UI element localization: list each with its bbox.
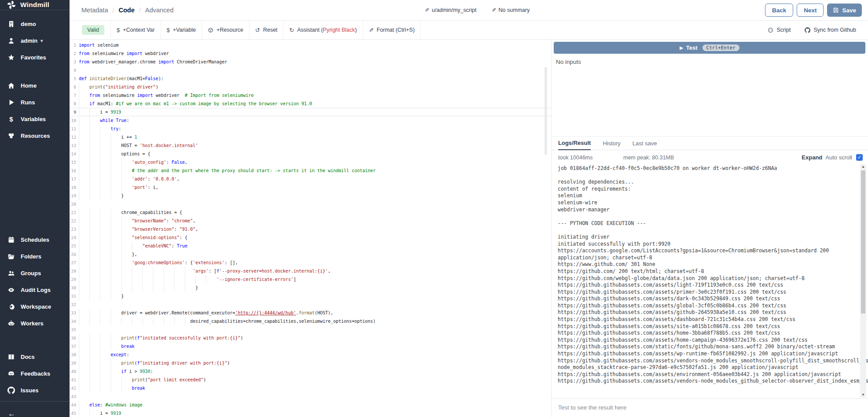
code-line[interactable]: 11 try: (70, 125, 551, 133)
line-number: 15 (70, 158, 79, 166)
sidebar-item-workspace[interactable]: Workspace (0, 298, 70, 315)
tab-advanced[interactable]: Advanced (145, 7, 174, 14)
sidebar-item-demo[interactable]: demo (0, 15, 70, 32)
code-line[interactable]: 37 break (70, 342, 551, 351)
code-line[interactable]: 27 'goog:chromeOptions': {'extensions': … (70, 258, 551, 267)
autoscroll-checkbox[interactable]: ✓ (856, 154, 863, 161)
back-button[interactable]: Back (765, 4, 793, 17)
code-line[interactable]: 28 'args': [f'--proxy-server=host.docker… (70, 267, 551, 275)
code-line[interactable]: 14 options = { (70, 150, 551, 158)
save-button[interactable]: Save (827, 4, 862, 17)
code-line[interactable]: 41 print("port limit exceeded") (70, 376, 551, 384)
code-line[interactable]: 31 } (70, 292, 551, 300)
code-line[interactable]: 33 driver = webdriver.Remote(command_exe… (70, 309, 551, 317)
sidebar-item-feedbacks[interactable]: Feedbacks (0, 365, 70, 382)
collapse-sidebar-button[interactable]: ← (0, 404, 70, 417)
code-line[interactable]: 34 desired_capabilities=chrome_capabilit… (70, 317, 551, 325)
assistant-button[interactable]: ↻ Assistant (Pyright Black) (283, 21, 363, 39)
tab-logs-result[interactable]: Logs/Result (558, 140, 591, 150)
code-line[interactable]: 18 'port': i, (70, 183, 551, 192)
add-resource-button[interactable]: +Resource (202, 21, 250, 39)
app-logo[interactable]: Windmill (0, 0, 70, 10)
code-line[interactable]: 1import selenium (70, 41, 551, 49)
log-output[interactable]: job 01864aff-22dd-cf40-f0c5-0ec8e9b50c70… (552, 162, 868, 399)
code-line[interactable]: 17 'addr': '0.0.0.0', (70, 175, 551, 183)
sync-from-github-button[interactable]: Sync from Github (799, 27, 862, 33)
code-line[interactable]: 42 break (70, 384, 551, 392)
code-line[interactable]: 38 except: (70, 351, 551, 359)
code-line[interactable]: 45 i = 9919 (70, 409, 551, 417)
app-title: Windmill (20, 1, 49, 9)
code-line[interactable]: 29 '--ignore-certificate-errors'] (70, 275, 551, 284)
tab-history[interactable]: History (603, 140, 620, 150)
expand-button[interactable]: Expand (802, 154, 822, 161)
reset-button[interactable]: ↺ Reset (250, 21, 284, 39)
line-number: 30 (70, 284, 79, 292)
sidebar-item-folders[interactable]: Folders (0, 248, 70, 265)
sidebar-item-docs[interactable]: Docs (0, 348, 70, 365)
sidebar-item-favorites[interactable]: Favorites (0, 49, 70, 66)
code-line[interactable]: 16 # the addr and the port where the pro… (70, 166, 551, 175)
code-line[interactable]: 40 if i > 9930: (70, 367, 551, 376)
script-path[interactable]: ✎ u/admin/my_script (425, 7, 477, 13)
sidebar-item-label: Workspace (21, 303, 51, 310)
code-line[interactable]: 7 from seleniumwire import webdriver # I… (70, 91, 551, 100)
scrollbar-thumb[interactable] (861, 170, 865, 314)
scroll-up-icon[interactable]: ▲ (860, 164, 866, 170)
code-line[interactable]: 6 print("initiating driver") (70, 83, 551, 91)
code-line[interactable]: 36 print(f"initiated successfully with p… (70, 334, 551, 342)
code-line[interactable]: 43 (70, 392, 551, 401)
script-summary[interactable]: ✎ No summary (492, 7, 530, 13)
sidebar-item-runs[interactable]: Runs (0, 94, 70, 111)
code-line[interactable]: 9 i = 9919 (70, 108, 551, 116)
format-button[interactable]: ✎ Format (Ctrl+S) (363, 21, 421, 39)
code-line[interactable]: 13 HOST = 'host.docker.internal' (70, 141, 551, 150)
sidebar-item-variables[interactable]: $Variables (0, 111, 70, 127)
code-line[interactable]: 10 while True: (70, 116, 551, 125)
code-line[interactable]: 35 (70, 325, 551, 334)
code-line[interactable]: 21 chrome_capabilities = { (70, 208, 551, 217)
tab-metadata[interactable]: Metadata (81, 7, 108, 14)
code-line[interactable]: 20 (70, 200, 551, 208)
scroll-down-icon[interactable]: ▼ (860, 392, 866, 398)
code-line[interactable]: 8 if macM1: #if we are on mac m1 -> cust… (70, 100, 551, 108)
code-line[interactable]: 12 i += 1 (70, 133, 551, 141)
autoscroll-label: Auto scroll (825, 154, 852, 161)
code-line[interactable]: 15 'auto_config': False, (70, 158, 551, 166)
tab-code[interactable]: Code (119, 7, 135, 14)
code-line[interactable]: 24 "selenoid:options": { (70, 233, 551, 242)
code-line[interactable]: 4 (70, 66, 551, 74)
code-line[interactable]: 2from seleniumwire import webdriver (70, 49, 551, 58)
sidebar-item-schedules[interactable]: Schedules (0, 231, 70, 248)
sidebar-item-audit-logs[interactable]: Audit Logs (0, 281, 70, 298)
sidebar-workspace-group: demoadmin▾Favorites (0, 10, 70, 66)
sidebar-item-home[interactable]: Home (0, 77, 70, 94)
script-kind-button[interactable]: Script (762, 27, 796, 33)
code-line[interactable]: 3from webdriver_manager.chrome import Ch… (70, 58, 551, 66)
add-context-var-button[interactable]: $ +Context Var (111, 21, 161, 39)
sidebar-item-label: Issues (21, 387, 38, 394)
code-line[interactable]: 30 } (70, 284, 551, 292)
code-line[interactable]: 32 (70, 300, 551, 309)
code-line[interactable]: 26 }, (70, 250, 551, 258)
star-icon (7, 54, 15, 61)
test-button[interactable]: ▶ Test Ctrl+Enter (554, 42, 865, 54)
add-variable-button[interactable]: $ +Variable (161, 21, 202, 39)
editor-scrollbar[interactable] (544, 67, 547, 155)
code-line[interactable]: 44 else: #windows image (70, 401, 551, 409)
sidebar-item-resources[interactable]: Resources (0, 127, 70, 144)
code-line[interactable]: 19 } (70, 192, 551, 200)
code-line[interactable]: 5def initiateDriver(macM1=False): (70, 74, 551, 83)
code-line[interactable]: 25 "enableVNC": True (70, 242, 551, 250)
next-button[interactable]: Next (797, 4, 824, 17)
tab-last-save[interactable]: Last save (633, 140, 657, 150)
code-editor[interactable]: 1import selenium2from seleniumwire impor… (70, 40, 551, 417)
log-scrollbar[interactable]: ▲ ▼ (860, 164, 866, 398)
code-line[interactable]: 39 print(f"initiating driver with port:{… (70, 359, 551, 367)
sidebar-item-admin[interactable]: admin▾ (0, 32, 70, 49)
code-line[interactable]: 23 "browserVersion": "91.0", (70, 225, 551, 233)
sidebar-item-workers[interactable]: Workers (0, 315, 70, 332)
sidebar-item-groups[interactable]: Groups (0, 265, 70, 281)
code-line[interactable]: 22 "browserName": "chrome", (70, 217, 551, 225)
sidebar-item-issues[interactable]: Issues (0, 382, 70, 399)
